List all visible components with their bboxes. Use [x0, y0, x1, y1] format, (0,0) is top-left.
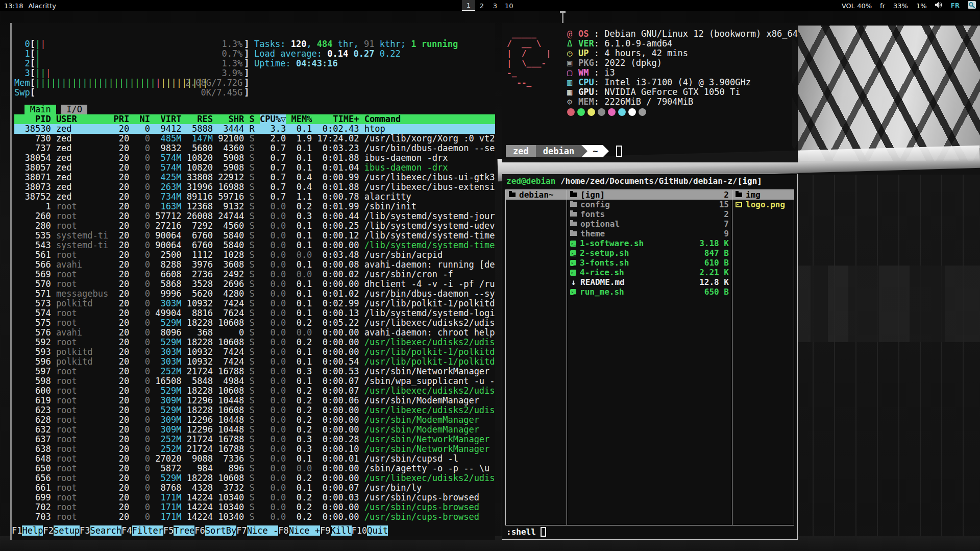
fkey-f6[interactable]: F6SortBy: [194, 526, 236, 536]
workspace-1[interactable]: 1: [462, 0, 475, 11]
file-row-3fontssh[interactable]: 3-fonts.sh610 B: [567, 258, 732, 268]
file-row-1softwaresh[interactable]: 1-software.sh3.18 K: [567, 238, 732, 248]
column-header-pid[interactable]: PID: [14, 114, 51, 124]
script-icon: [570, 289, 576, 295]
process-row[interactable]: 730zed200485M147M92100S2.01.917:24.02/us…: [14, 134, 495, 143]
process-row[interactable]: 596polkitd200303M109327424S0.00.10:00.54…: [14, 357, 495, 367]
process-row[interactable]: 638root200252M2172416788S0.00.30:00.10/u…: [14, 444, 495, 454]
file-manager-window[interactable]: zed@debian /home/zed/Documents/GitHub/de…: [502, 174, 798, 540]
meter-bar: |: [135, 78, 140, 88]
file-row-theme[interactable]: theme9: [567, 229, 732, 238]
cpu-chip-icon: ▥: [567, 78, 578, 87]
meter-3: 3[|||3.9%]: [14, 68, 495, 78]
fkey-f4[interactable]: F4Filter: [121, 526, 163, 536]
process-row[interactable]: 593polkitd200303M109327424S0.00.10:00.00…: [14, 347, 495, 357]
fkey-f1[interactable]: F1Help: [12, 526, 43, 536]
tab-main[interactable]: Main: [24, 105, 56, 114]
process-row[interactable]: 648root2002702090887336S0.00.10:00.01/us…: [14, 454, 495, 464]
process-row[interactable]: 699root200171M1422410340S0.00.20:00.03/u…: [14, 493, 495, 502]
file-row-fonts[interactable]: fonts2: [567, 209, 732, 219]
process-row[interactable]: 561root200250011121028S0.00.00:03.48/usr…: [14, 250, 495, 260]
process-row[interactable]: 597root200252M2172416788S0.00.30:00.53/u…: [14, 367, 495, 376]
column-header-virt[interactable]: VIRT: [155, 114, 181, 124]
process-row[interactable]: 623root200529M1822810608S0.00.20:00.00/u…: [14, 405, 495, 415]
process-row[interactable]: 38054zed200574M108205908S0.70.10:01.88ib…: [14, 153, 495, 163]
file-row-optional[interactable]: optional7: [567, 219, 732, 229]
fetch-terminal-window[interactable]: _____ / __ \ | / | | \___- -_ --_ @OS : …: [502, 23, 798, 162]
process-row[interactable]: 592root200529M1822810608S0.00.20:00.00/u…: [14, 338, 495, 347]
process-row[interactable]: 703root200171M1422410340S0.00.20:00.00/u…: [14, 512, 495, 522]
process-row[interactable]: 576avahi20080963680S0.00.00:00.00avahi-d…: [14, 328, 495, 338]
command-line[interactable]: :shell: [506, 527, 546, 537]
fkey-f5[interactable]: F5Tree: [163, 526, 194, 536]
file-row-4ricesh[interactable]: 4-rice.sh2.21 K: [567, 268, 732, 277]
column-header-s[interactable]: S: [250, 114, 255, 124]
process-row[interactable]: 38071zed200425M3380822912S0.70.40:00.99/…: [14, 173, 495, 182]
htop-terminal-window[interactable]: 0[||1.3%]1[|0.7%]2[|1.3%]3[|||3.9%]Mem[|…: [10, 23, 495, 540]
column-header-command[interactable]: Command: [364, 114, 495, 124]
process-row[interactable]: 260root200577122600824744S0.00.30:00.44/…: [14, 211, 495, 221]
workspace-3[interactable]: 3: [488, 0, 502, 11]
fkey-f9[interactable]: F9Kill: [320, 526, 351, 536]
process-row[interactable]: 656root200529M1822810608S0.00.20:00.00/u…: [14, 473, 495, 483]
column-header-ni[interactable]: NI: [134, 114, 150, 124]
column-header-cpu[interactable]: CPU%▽: [260, 114, 286, 124]
column-header-res[interactable]: RES: [187, 114, 213, 124]
speaker-icon[interactable]: [935, 2, 943, 10]
process-row[interactable]: 637root200252M2172416788S0.00.30:00.28/u…: [14, 435, 495, 444]
process-row[interactable]: 628root200309M1229610448S0.00.20:00.00/u…: [14, 415, 495, 425]
process-table-header[interactable]: PIDUSERPRINIVIRTRESSHRSCPU%▽MEM%TIME+Com…: [14, 114, 495, 124]
process-row[interactable]: 571messagebus200999656204280S0.00.10:01.…: [14, 289, 495, 299]
process-row[interactable]: 573polkitd200303M109327424S0.00.10:02.99…: [14, 299, 495, 308]
process-row[interactable]: 600root200529M1822810608S0.00.20:00.07/u…: [14, 386, 495, 396]
process-row[interactable]: 38073zed200263M3199616988S0.70.40:01.88/…: [14, 182, 495, 192]
column-header-pri[interactable]: PRI: [113, 114, 129, 124]
column-header-shr[interactable]: SHR: [218, 114, 244, 124]
process-row[interactable]: 1root200163M123689132S0.00.20:01.99/sbin…: [14, 202, 495, 211]
workspace-10[interactable]: 10: [502, 0, 517, 11]
process-row[interactable]: 38057zed200574M108205908S0.70.10:01.04ib…: [14, 163, 495, 173]
file-row-ign[interactable]: [ign]2: [567, 190, 732, 200]
fkey-f2[interactable]: F2Setup: [43, 526, 80, 536]
process-row[interactable]: 535systemd-ti2009006467605840S0.00.10:00…: [14, 231, 495, 241]
file-row-config[interactable]: config15: [567, 200, 732, 209]
process-row[interactable]: 661root200876843283732S0.00.10:00.07/usr…: [14, 483, 495, 493]
process-row[interactable]: 632root200309M1229610448S0.00.20:00.00/u…: [14, 425, 495, 435]
tab-io[interactable]: I/O: [61, 105, 87, 114]
fkey-f3[interactable]: F3Search: [80, 526, 121, 536]
process-row[interactable]: 737zed200983256804360S0.70.10:03.23/usr/…: [14, 143, 495, 153]
column-header-user[interactable]: USER: [56, 114, 108, 124]
process-row[interactable]: 702root200171M1422410340S0.00.20:00.00/u…: [14, 502, 495, 512]
process-row[interactable]: 570root200586835282696S0.00.10:00.00dhcl…: [14, 279, 495, 289]
fkey-f8[interactable]: F8Nice +: [278, 526, 320, 536]
file-row-2setupsh[interactable]: 2-setup.sh847 B: [567, 248, 732, 258]
process-row[interactable]: 543systemd-ti2009006467605840S0.00.10:00…: [14, 241, 495, 250]
display-icon: ▢: [567, 68, 578, 78]
file-row-debian[interactable]: debian~: [506, 190, 567, 200]
file-row-logopng[interactable]: logo.png: [732, 200, 794, 209]
process-row[interactable]: 280root2002721672924560S0.00.10:00.25/li…: [14, 221, 495, 231]
file-info: 15: [719, 200, 729, 209]
process-row[interactable]: 575root200529M1822810608S0.00.20:05.22/u…: [14, 318, 495, 328]
process-row[interactable]: 38530zed200941258883444R3.30.10:02.43hto…: [14, 124, 495, 134]
process-row[interactable]: 598root2001650858484984S0.00.10:00.07/sb…: [14, 376, 495, 386]
process-row[interactable]: 574root2004990488167624S0.00.10:00.13/li…: [14, 308, 495, 318]
file-name: run_me.sh: [580, 287, 624, 297]
file-row-READMEmd[interactable]: ↓README.md12.8 K: [567, 277, 732, 287]
process-row[interactable]: 569root200660827362492S0.00.00:00.02/usr…: [14, 270, 495, 279]
file-row-runmesh[interactable]: run_me.sh650 B: [567, 287, 732, 297]
column-header-mem[interactable]: MEM%: [291, 114, 312, 124]
file-row-img[interactable]: img: [732, 190, 794, 200]
fkey-f10[interactable]: F10Quit: [352, 526, 388, 536]
keyboard-layout-badge[interactable]: FR: [951, 2, 960, 9]
column-header-time[interactable]: TIME+: [317, 114, 359, 124]
screenshot-tool-icon[interactable]: [968, 1, 976, 10]
workspace-2[interactable]: 2: [475, 0, 488, 11]
wallpaper-bridge-underside: [792, 175, 980, 540]
meter-bar: |: [145, 78, 150, 88]
process-row[interactable]: 38752zed200734M8911659716S0.71.10:00.78a…: [14, 192, 495, 202]
process-row[interactable]: 566avahi200828839763608S0.00.10:00.08ava…: [14, 260, 495, 270]
process-row[interactable]: 650root2005872984896S0.00.00:00.00/sbin/…: [14, 464, 495, 473]
process-row[interactable]: 619root200309M1229610448S0.00.20:00.06/u…: [14, 396, 495, 405]
fkey-f7[interactable]: F7Nice -: [236, 526, 278, 536]
